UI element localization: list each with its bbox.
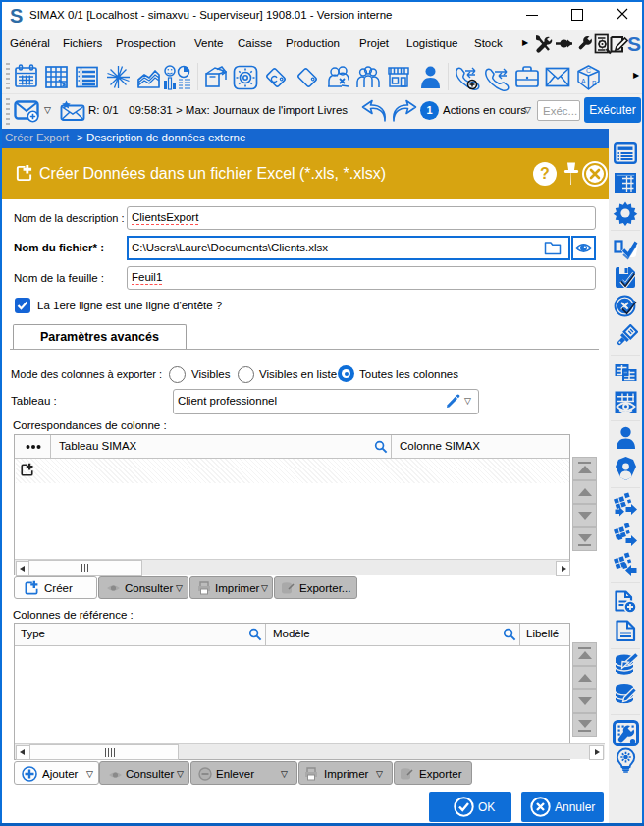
- svg-text:B: B: [592, 80, 597, 86]
- svg-text:C: C: [586, 67, 591, 74]
- svg-text:A: A: [581, 78, 586, 84]
